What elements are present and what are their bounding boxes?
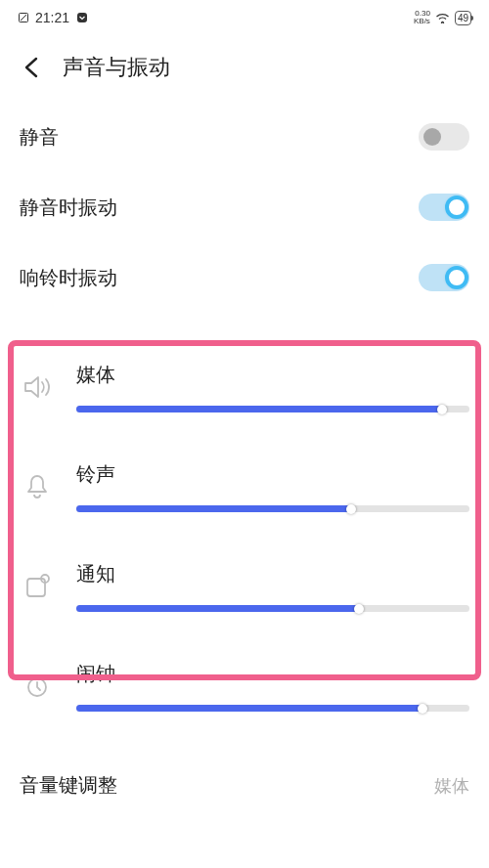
- volume-key-adjust-value: 媒体: [434, 774, 469, 798]
- battery-icon: 49: [455, 11, 471, 25]
- vibrate-on-ring-toggle[interactable]: [419, 264, 469, 291]
- vibrate-on-ring-row: 响铃时振动: [20, 242, 469, 313]
- svg-line-1: [21, 15, 26, 21]
- notification-volume-label: 通知: [76, 561, 469, 587]
- ringtone-volume-label: 铃声: [76, 461, 469, 488]
- media-volume-label: 媒体: [76, 362, 469, 388]
- alarm-volume-label: 闹钟: [76, 661, 469, 687]
- app-drawer-icon: [75, 11, 89, 24]
- notification-volume-slider[interactable]: [76, 605, 469, 612]
- alarm-volume-slider[interactable]: [76, 705, 469, 712]
- status-time: 21:21: [35, 10, 69, 25]
- volume-sliders-section: 媒体 铃声: [20, 350, 469, 712]
- volume-key-adjust-label: 音量键调整: [20, 772, 117, 799]
- ringtone-volume-row: 铃声: [20, 450, 469, 512]
- page-title: 声音与振动: [63, 53, 170, 82]
- speaker-icon: [20, 369, 55, 405]
- mute-label: 静音: [20, 124, 59, 151]
- media-volume-row: 媒体: [20, 350, 469, 412]
- vibrate-on-ring-label: 响铃时振动: [20, 265, 117, 291]
- media-volume-slider[interactable]: [76, 406, 469, 412]
- wifi-icon: [435, 12, 450, 23]
- mute-toggle[interactable]: [419, 123, 469, 151]
- mute-row: 静音: [20, 102, 469, 172]
- page-header: 声音与振动: [0, 31, 489, 102]
- vibrate-on-mute-label: 静音时振动: [20, 195, 117, 221]
- vibrate-on-mute-toggle[interactable]: [419, 194, 469, 221]
- notification-icon: [20, 569, 55, 604]
- notification-volume-row: 通知: [20, 549, 469, 612]
- status-bar: 21:21 0.30 KB/s 49: [0, 0, 489, 31]
- bell-icon: [20, 469, 55, 504]
- back-button[interactable]: [20, 55, 45, 80]
- no-sim-icon: [18, 12, 29, 23]
- network-speed: 0.30 KB/s: [414, 10, 430, 25]
- ringtone-volume-slider[interactable]: [76, 505, 469, 512]
- alarm-clock-icon: [20, 669, 55, 704]
- volume-key-adjust-row[interactable]: 音量键调整 媒体: [20, 749, 469, 799]
- alarm-volume-row: 闹钟: [20, 649, 469, 712]
- svg-rect-2: [77, 13, 87, 22]
- vibrate-on-mute-row: 静音时振动: [20, 172, 469, 242]
